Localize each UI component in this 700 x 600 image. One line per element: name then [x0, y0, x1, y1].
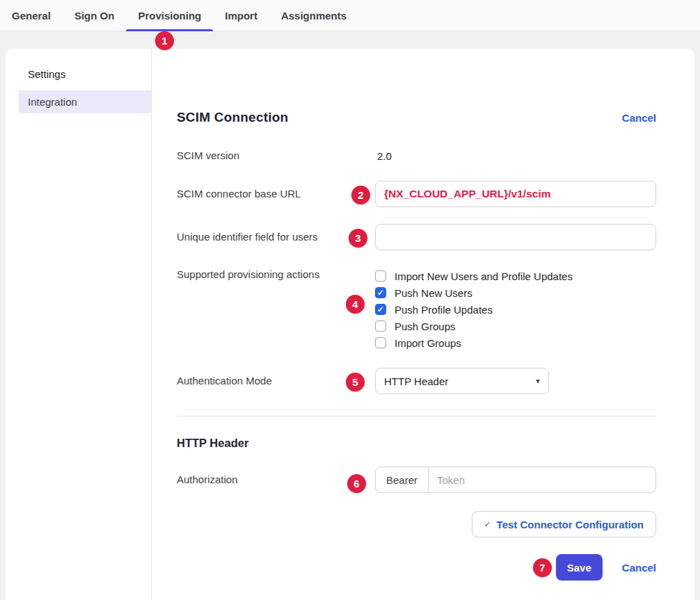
annotation-badge-4: 4	[346, 295, 365, 314]
unique-id-row: Unique identifier field for users	[177, 224, 656, 250]
checkbox-row-push-groups[interactable]: Push Groups	[375, 318, 656, 334]
cancel-link-top[interactable]: Cancel	[622, 112, 656, 124]
checkbox-row-import-groups[interactable]: Import Groups	[375, 334, 656, 351]
checkbox-label: Push Profile Updates	[395, 304, 493, 316]
sidebar-item-integration[interactable]: Integration	[19, 90, 151, 113]
checkbox-import-new-users[interactable]	[375, 270, 386, 282]
base-url-row: SCIM connector base URL	[177, 181, 656, 207]
authorization-row: Authorization Bearer	[177, 467, 656, 493]
scim-version-value: 2.0	[375, 150, 656, 162]
token-input[interactable]	[429, 467, 656, 493]
test-connector-button-label: Test Connector Configuration	[497, 519, 644, 530]
scim-version-label: SCIM version	[177, 149, 375, 163]
tab-import[interactable]: Import	[213, 0, 269, 31]
http-header-section-title: HTTP Header	[177, 437, 656, 450]
authorization-input-group: Bearer	[375, 467, 656, 493]
checkbox-push-new-users[interactable]	[375, 287, 386, 298]
checkbox-push-profile-updates[interactable]	[375, 304, 386, 315]
checkbox-label: Push New Users	[395, 287, 472, 299]
provisioning-actions-row: Supported provisioning actions Import Ne…	[177, 268, 656, 351]
tab-general[interactable]: General	[0, 0, 63, 31]
app-tabbar: General Sign On Provisioning Import Assi…	[0, 0, 700, 31]
check-icon: ✓	[484, 519, 491, 529]
tab-assignments[interactable]: Assignments	[269, 0, 358, 31]
test-connector-row: ✓ Test Connector Configuration	[177, 511, 656, 537]
main-panel: SCIM Connection Cancel SCIM version 2.0 …	[152, 49, 694, 600]
annotation-badge-1: 1	[155, 31, 174, 50]
annotation-badge-7: 7	[533, 558, 552, 577]
scim-version-row: SCIM version 2.0	[177, 149, 656, 163]
settings-sidebar: Settings Integration	[6, 49, 152, 600]
checkbox-import-groups[interactable]	[375, 337, 386, 348]
auth-mode-select[interactable]: HTTP Header ▾	[375, 368, 549, 394]
form-actions-row: Save Cancel	[177, 554, 656, 581]
section-header: SCIM Connection Cancel	[177, 110, 656, 125]
test-connector-button[interactable]: ✓ Test Connector Configuration	[472, 511, 656, 537]
base-url-label: SCIM connector base URL	[177, 187, 375, 201]
content-card: Settings Integration SCIM Connection Can…	[6, 49, 694, 600]
checkbox-row-push-profile-updates[interactable]: Push Profile Updates	[375, 301, 656, 318]
page-title: SCIM Connection	[177, 110, 288, 125]
auth-mode-row: Authentication Mode HTTP Header ▾	[177, 368, 656, 394]
checkbox-push-groups[interactable]	[375, 321, 386, 332]
unique-id-label: Unique identifier field for users	[177, 230, 375, 244]
annotation-badge-3: 3	[349, 229, 367, 248]
tab-sign-on[interactable]: Sign On	[63, 0, 127, 31]
provisioning-actions-list: Import New Users and Profile Updates Pus…	[375, 268, 656, 351]
checkbox-row-push-new-users[interactable]: Push New Users	[375, 284, 656, 301]
chevron-down-icon: ▾	[536, 376, 540, 386]
checkbox-label: Push Groups	[395, 321, 456, 332]
save-button[interactable]: Save	[556, 554, 603, 581]
auth-mode-selected-value: HTTP Header	[384, 375, 448, 387]
sidebar-heading: Settings	[6, 68, 151, 80]
cancel-button[interactable]: Cancel	[622, 562, 656, 574]
bearer-prefix: Bearer	[375, 467, 429, 493]
annotation-badge-2: 2	[351, 186, 370, 204]
authorization-label: Authorization	[177, 473, 375, 487]
tab-provisioning[interactable]: Provisioning	[126, 0, 213, 31]
checkbox-row-import-new-users[interactable]: Import New Users and Profile Updates	[375, 268, 656, 284]
annotation-badge-5: 5	[346, 373, 365, 391]
annotation-badge-6: 6	[347, 474, 366, 493]
checkbox-label: Import New Users and Profile Updates	[395, 270, 573, 282]
section-divider	[177, 416, 656, 416]
provisioning-actions-label: Supported provisioning actions	[177, 268, 375, 282]
checkbox-label: Import Groups	[395, 337, 461, 349]
base-url-input[interactable]	[375, 181, 656, 207]
unique-id-input[interactable]	[375, 224, 656, 250]
